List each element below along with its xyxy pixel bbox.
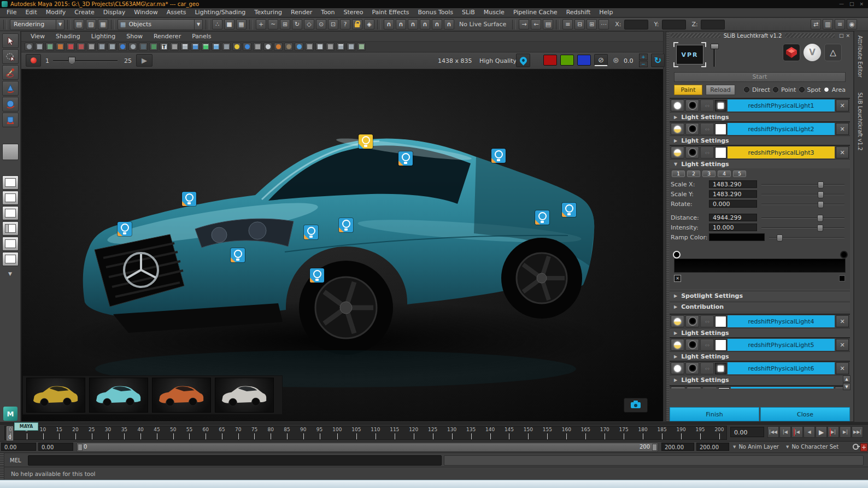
menu-item[interactable]: Lighting/Shading bbox=[190, 8, 250, 17]
menu-item[interactable]: Window bbox=[130, 8, 162, 17]
drag-handle[interactable] bbox=[0, 453, 4, 467]
menu-set-dropdown[interactable]: Rendering ▼ bbox=[10, 19, 64, 30]
new-scene-icon[interactable]: ▤ bbox=[74, 19, 84, 30]
close-button[interactable]: Close bbox=[760, 407, 850, 421]
mel-label[interactable]: MEL bbox=[4, 457, 28, 463]
light-move-pad[interactable]: ‹·› bbox=[700, 146, 714, 158]
delete-light-button[interactable]: ✕ bbox=[836, 99, 849, 111]
slider-thumb[interactable] bbox=[818, 181, 824, 189]
go-to-start-button[interactable]: |◀◀ bbox=[767, 426, 779, 438]
reload-button[interactable]: Reload bbox=[706, 85, 735, 95]
snap-magnet-point-icon[interactable]: ∩ bbox=[408, 19, 418, 30]
render-play-button[interactable]: ▶ bbox=[136, 54, 153, 67]
step-back-frame-button[interactable]: |◀ bbox=[779, 426, 791, 438]
exposure-plus-button[interactable]: + bbox=[639, 54, 648, 60]
rotate-tool-button[interactable] bbox=[2, 97, 19, 111]
menu-item[interactable]: Pipeline Cache bbox=[509, 8, 562, 17]
light-settings-header[interactable]: ▼ Light Settings bbox=[670, 159, 850, 168]
current-frame-marker[interactable]: 0 bbox=[7, 426, 13, 440]
select-hierarchy-icon[interactable]: ∴ bbox=[212, 19, 222, 30]
menu-item[interactable]: Edit bbox=[21, 8, 41, 17]
isolate-select-icon[interactable] bbox=[97, 43, 106, 51]
delete-light-button[interactable]: ✕ bbox=[836, 362, 849, 374]
delete-light-button[interactable]: ✕ bbox=[836, 146, 849, 158]
last-tool-button[interactable] bbox=[2, 144, 19, 160]
current-time-field[interactable]: 0.00 bbox=[730, 427, 764, 437]
slib-logo-icon[interactable]: △ bbox=[824, 44, 842, 61]
light-enable-toggle[interactable] bbox=[671, 362, 684, 374]
panel-menu-item[interactable]: Panels bbox=[187, 33, 216, 40]
layout-persp-outliner-button[interactable] bbox=[2, 221, 19, 236]
start-button[interactable]: Start bbox=[674, 72, 846, 81]
step-forward-frame-button[interactable]: ▶| bbox=[840, 426, 851, 438]
menu-item[interactable]: Modify bbox=[42, 8, 70, 17]
luminance-button[interactable]: ⊘ bbox=[594, 54, 608, 66]
timeline-ruler[interactable]: 0510152025303540455055606570758085909510… bbox=[4, 426, 727, 440]
lock-icon[interactable] bbox=[352, 19, 362, 30]
settings-tab[interactable]: 1 bbox=[672, 170, 685, 177]
plugin-shapes-icon[interactable] bbox=[336, 43, 345, 51]
render-current-frame-icon[interactable]: ⋯ bbox=[599, 19, 609, 30]
tab-attribute-editor[interactable]: Attribute Editor bbox=[857, 36, 863, 78]
default-light-icon[interactable] bbox=[232, 43, 241, 51]
gold-variant-thumbnail[interactable] bbox=[26, 378, 85, 413]
slider-thumb[interactable] bbox=[817, 225, 823, 232]
shelf-separator[interactable] bbox=[87, 43, 96, 51]
light-marker[interactable]: redshiftPhysicalLight5 bbox=[231, 248, 245, 262]
construction-history-icon[interactable]: ▤ bbox=[543, 19, 553, 30]
red-channel-button[interactable] bbox=[543, 55, 557, 66]
drag-handle[interactable] bbox=[0, 467, 4, 480]
input-connections-icon[interactable]: → bbox=[519, 19, 529, 30]
light-move-pad[interactable]: ‹·› bbox=[700, 339, 714, 351]
refresh-render-button[interactable]: ↻ bbox=[651, 54, 665, 67]
record-button[interactable] bbox=[26, 54, 41, 67]
menu-item[interactable]: Redshift bbox=[562, 8, 595, 17]
light-color-swatch[interactable] bbox=[715, 363, 726, 374]
exposure-value[interactable]: 0.0 bbox=[624, 57, 634, 64]
snap-magnet-live-icon[interactable]: ∩ bbox=[444, 19, 454, 30]
menu-item[interactable]: Texturing bbox=[250, 8, 286, 17]
bounding-box-icon[interactable] bbox=[222, 43, 231, 51]
texture-placement-icon[interactable]: T bbox=[160, 43, 168, 51]
collapsed-section-header[interactable]: ▶ Contribution bbox=[670, 302, 850, 311]
play-forwards-button[interactable]: ▶ bbox=[816, 426, 827, 438]
light-enable-toggle[interactable] bbox=[671, 339, 684, 351]
paint-button[interactable]: Paint bbox=[674, 85, 702, 95]
slider-thumb[interactable] bbox=[818, 201, 824, 208]
shelf-separator[interactable] bbox=[305, 43, 314, 51]
panel-header[interactable]: SLiB Leuchtkraft v1.2 □× bbox=[666, 32, 853, 39]
light-marker[interactable]: redshiftPhysicalLight2 bbox=[182, 192, 196, 206]
tool-settings-toggle-icon[interactable]: ◉ bbox=[847, 19, 857, 30]
motion-blur-icon[interactable] bbox=[284, 43, 293, 51]
light-solo-button[interactable] bbox=[685, 146, 699, 158]
light-type-radio[interactable]: Spot bbox=[799, 86, 821, 93]
menu-item[interactable]: SLiB bbox=[458, 8, 479, 17]
layout-menu-chevron-icon[interactable]: ▼ bbox=[5, 271, 15, 277]
ramp-slider[interactable] bbox=[769, 233, 844, 241]
brush-tool-icon[interactable] bbox=[66, 43, 75, 51]
slider-thumb[interactable] bbox=[818, 191, 824, 198]
light-enable-toggle[interactable] bbox=[671, 99, 684, 111]
collapsed-section-header[interactable]: ▶ Spotlight Settings bbox=[670, 291, 850, 300]
snap-view-icon[interactable]: ⊡ bbox=[328, 19, 338, 30]
light-move-pad[interactable]: ‹·› bbox=[700, 123, 714, 135]
delete-light-button[interactable]: ✕ bbox=[836, 339, 849, 351]
snap-select-icon[interactable] bbox=[315, 43, 324, 51]
setting-slider[interactable] bbox=[761, 200, 844, 208]
mel-input-field[interactable] bbox=[28, 455, 442, 466]
render-progress-slider[interactable] bbox=[53, 60, 118, 62]
menu-item[interactable]: Assets bbox=[162, 8, 191, 17]
slider-thumb[interactable] bbox=[68, 57, 75, 64]
light-enable-toggle[interactable] bbox=[671, 123, 684, 135]
move-tool-button[interactable] bbox=[2, 81, 19, 96]
default-material-icon[interactable] bbox=[149, 43, 158, 51]
setting-value-field[interactable]: 1483.290 bbox=[709, 190, 757, 198]
step-back-key-button[interactable]: |◀ bbox=[791, 426, 803, 438]
playback-end-field[interactable]: 200.00 bbox=[661, 443, 694, 451]
panel-menu-item[interactable]: Lighting bbox=[86, 33, 120, 40]
multisample-icon[interactable] bbox=[295, 43, 303, 51]
render-view-canvas[interactable] bbox=[21, 69, 663, 421]
textured-mode-icon[interactable] bbox=[128, 43, 137, 51]
shelf-separator[interactable] bbox=[326, 43, 335, 51]
eraser-tool-icon[interactable] bbox=[77, 43, 85, 51]
